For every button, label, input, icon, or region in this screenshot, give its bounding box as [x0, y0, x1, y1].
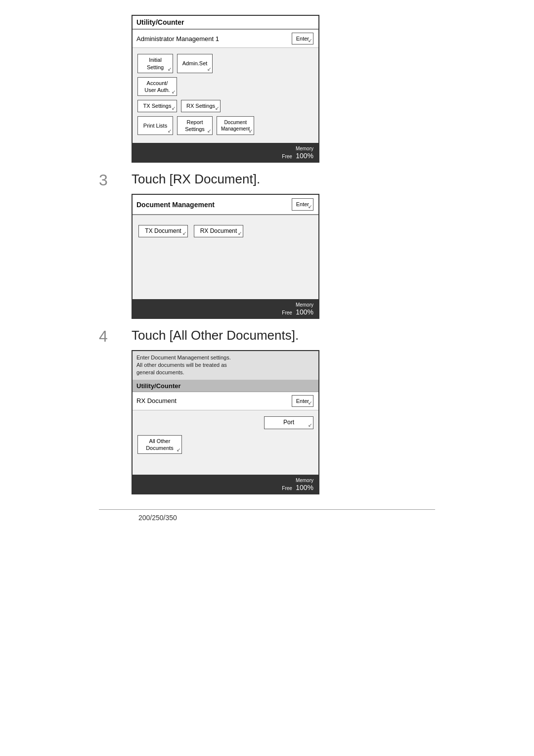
screen1-body: Initial Setting Admin.Set Account/ User …	[133, 48, 318, 143]
screen1-title-bar: Utility/Counter	[133, 16, 318, 30]
screen3-footer: Memory Free 100%	[133, 475, 318, 493]
section-screen1: Utility/Counter Administrator Management…	[0, 15, 534, 163]
step2-instruction: Touch [RX Document].	[132, 172, 534, 187]
step-number-blank	[99, 15, 123, 163]
step-number-4: 4	[99, 328, 123, 494]
step-content-1: Utility/Counter Administrator Management…	[132, 15, 534, 163]
screen2-enter-btn[interactable]: Enter	[292, 198, 313, 210]
section-step2: 3 Touch [RX Document]. Document Manageme…	[0, 172, 534, 318]
screen3-port-row: Port	[136, 415, 314, 430]
step-content-2: Touch [RX Document]. Document Management…	[132, 172, 534, 318]
btn-doc-management[interactable]: Document Management	[217, 116, 254, 135]
step-content-3: Touch [All Other Documents]. Enter Docum…	[132, 328, 534, 494]
screen2-memory-pct: 100%	[296, 308, 313, 316]
screen3-enter-btn[interactable]: Enter	[292, 395, 313, 407]
screen1-admin-label: Administrator Management 1	[136, 35, 219, 43]
footer-divider: 200/250/350	[99, 509, 435, 522]
screen3-memory-pct: 100%	[296, 484, 313, 491]
screen1-row2: Account/ User Auth.	[136, 76, 314, 97]
screen2-footer: Memory Free 100%	[133, 299, 318, 318]
screen1-row1: Initial Setting Admin.Set	[136, 53, 314, 74]
btn-rx-document[interactable]: RX Document	[194, 225, 243, 238]
screen3-body: Port All Other Documents	[133, 410, 318, 475]
screen2-title: Document Management	[136, 201, 215, 209]
screen2-body: TX Document RX Document	[133, 215, 318, 299]
screen3-all-other-row: All Other Documents	[136, 434, 314, 455]
screen1-row3: TX Settings RX Settings	[136, 99, 314, 113]
screen-panel-1: Utility/Counter Administrator Management…	[132, 15, 319, 163]
screen-panel-2: Document Management Enter TX Document RX…	[132, 194, 319, 318]
step3-instruction: Touch [All Other Documents].	[132, 328, 534, 343]
btn-all-other-documents[interactable]: All Other Documents	[137, 435, 182, 454]
btn-port[interactable]: Port	[264, 416, 313, 429]
screen1-enter-btn[interactable]: Enter	[292, 33, 313, 44]
btn-adminset[interactable]: Admin.Set	[177, 54, 213, 73]
btn-report-settings[interactable]: Report Settings	[177, 116, 213, 135]
step-number-3: 3	[99, 172, 123, 318]
btn-tx-document[interactable]: TX Document	[138, 225, 188, 238]
screen1-row4: Print Lists Report Settings Document Man…	[136, 115, 314, 136]
btn-rx-settings[interactable]: RX Settings	[181, 100, 221, 112]
section-step3: 4 Touch [All Other Documents]. Enter Doc…	[0, 328, 534, 494]
screen1-memory-pct: 100%	[296, 152, 313, 160]
screen3-rx-label: RX Document	[136, 397, 177, 404]
page-container: Utility/Counter Administrator Management…	[0, 0, 534, 756]
screen2-row1: TX Document RX Document	[137, 224, 313, 239]
screen1-footer: Memory Free 100%	[133, 143, 318, 162]
btn-print-lists[interactable]: Print Lists	[137, 116, 173, 135]
screen3-rx-bar: RX Document Enter	[133, 392, 318, 410]
btn-account[interactable]: Account/ User Auth.	[137, 77, 177, 96]
screen3-subtitle: Utility/Counter	[133, 380, 318, 392]
screen1-title: Utility/Counter	[136, 18, 184, 26]
screen3-info-text: Enter Document Management settings. All …	[133, 351, 318, 380]
footer-text: 200/250/350	[99, 514, 435, 522]
screen2-title-bar: Document Management Enter	[133, 195, 318, 215]
btn-initial-setting[interactable]: Initial Setting	[137, 54, 173, 73]
screen-panel-3: Enter Document Management settings. All …	[132, 350, 319, 494]
btn-tx-settings[interactable]: TX Settings	[137, 100, 177, 112]
